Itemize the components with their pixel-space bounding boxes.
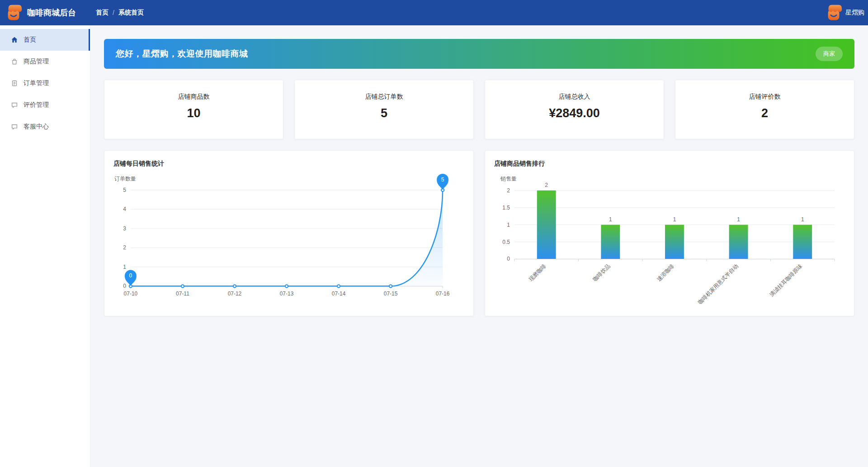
stat-value: ¥2849.00 [485,106,664,120]
category-label: 咖啡饮品 [592,263,612,283]
svg-text:1: 1 [507,222,510,228]
sidebar-item-label: 首页 [24,36,36,44]
main-content: 您好，星熠购，欢迎使用咖啡商城 商家 店铺商品数10店铺总订单数5店铺总收入¥2… [90,25,868,330]
svg-text:4: 4 [123,206,126,212]
stat-card-product-count: 店铺商品数10 [104,80,283,139]
bar [537,191,556,259]
bar [601,225,620,259]
home-icon [11,36,18,43]
svg-text:1: 1 [123,264,126,270]
bar-value-label: 1 [673,216,676,223]
svg-text:5: 5 [441,176,444,183]
breadcrumb-current[interactable]: 系统首页 [118,9,144,17]
comment-icon [11,101,18,109]
data-point-marker [285,285,288,287]
sidebar-item-label: 商品管理 [24,57,49,66]
svg-text:1.5: 1.5 [502,205,510,211]
svg-text:0: 0 [129,272,132,279]
stat-card-order-count: 店铺总订单数5 [294,80,474,139]
bar-chart-title: 店铺商品销售排行 [494,160,845,168]
svg-text:07-10: 07-10 [124,291,138,297]
document-icon [11,80,18,87]
top-navbar: 咖啡商城后台 首页 / 系统首页 星熠购 [0,0,868,25]
svg-text:0.5: 0.5 [502,239,510,245]
user-avatar-icon[interactable] [825,4,843,21]
svg-text:2: 2 [123,244,126,251]
y-axis: 012345 [123,187,443,289]
welcome-text: 您好，星熠购，欢迎使用咖啡商城 [116,48,248,60]
y-axis-name: 销售量 [500,176,517,182]
stat-value: 10 [104,106,283,120]
svg-text:3: 3 [123,225,126,232]
bar [665,225,684,259]
svg-text:07-16: 07-16 [436,291,450,297]
category-label: 咖啡机家用意式半自动 [697,263,739,305]
category-label: 滴滤挂耳咖啡原味 [769,263,804,298]
daily-sales-line-chart: 订单数量01234507-1007-1107-1207-1307-1407-15… [113,172,464,307]
sidebar-item-service[interactable]: 客服中心 [0,116,90,138]
welcome-banner: 您好，星熠购，欢迎使用咖啡商城 商家 [104,39,854,69]
bar-value-label: 1 [609,216,612,223]
sidebar-item-label: 评价管理 [24,101,49,109]
pin-marker: 0 [125,270,137,286]
data-point-marker [181,285,184,287]
product-ranking-bar-chart: 销售量00.511.5221111现磨咖啡咖啡饮品速溶咖啡咖啡机家用意式半自动滴… [494,172,845,307]
user-menu[interactable]: 星熠购 [825,4,868,21]
svg-text:0: 0 [123,283,126,289]
stat-label: 店铺评价数 [675,93,854,101]
stat-card-revenue: 店铺总收入¥2849.00 [485,80,664,139]
svg-text:07-11: 07-11 [176,291,189,297]
svg-text:0: 0 [507,256,510,262]
stat-value: 2 [675,106,854,120]
bar [729,225,748,259]
merchant-role-badge: 商家 [816,47,843,61]
brand: 咖啡商城后台 [0,4,90,21]
category-label: 现磨咖啡 [528,263,547,283]
svg-text:07-13: 07-13 [280,291,294,297]
storefront-logo-icon [5,4,23,21]
svg-text:07-12: 07-12 [228,291,242,297]
stat-value: 5 [295,106,473,120]
breadcrumb: 首页 / 系统首页 [96,9,144,17]
data-point-marker [233,285,236,287]
x-axis: 现磨咖啡咖啡饮品速溶咖啡咖啡机家用意式半自动滴滤挂耳咖啡原味 [514,259,835,305]
charts-row: 店铺每日销售统计 订单数量01234507-1007-1107-1207-130… [104,150,854,316]
user-name: 星熠购 [845,9,864,17]
svg-text:5: 5 [123,187,126,193]
svg-text:07-15: 07-15 [384,291,398,297]
sidebar-item-orders[interactable]: 订单管理 [0,72,90,94]
sidebar: 首页商品管理订单管理评价管理客服中心 [0,25,90,467]
line-chart-title: 店铺每日销售统计 [113,160,464,168]
y-axis-name: 订单数量 [114,176,136,182]
svg-text:07-14: 07-14 [332,291,346,297]
chat-icon [11,123,18,130]
sidebar-item-label: 客服中心 [24,123,49,131]
bag-icon [11,58,18,65]
pin-marker: 5 [437,174,448,190]
stat-card-review-count: 店铺评价数2 [675,80,854,139]
svg-text:2: 2 [507,187,510,194]
daily-sales-chart-card: 店铺每日销售统计 订单数量01234507-1007-1107-1207-130… [104,150,474,316]
stats-row: 店铺商品数10店铺总订单数5店铺总收入¥2849.00店铺评价数2 [104,80,854,139]
bar [793,225,812,259]
app-title: 咖啡商城后台 [27,7,76,18]
sidebar-item-reviews[interactable]: 评价管理 [0,94,90,116]
breadcrumb-home[interactable]: 首页 [96,9,108,17]
sidebar-item-label: 订单管理 [24,79,49,87]
line-series [131,190,443,286]
stat-label: 店铺总收入 [485,93,664,101]
breadcrumb-separator: / [113,9,114,16]
bar-value-label: 2 [545,182,548,188]
bar-value-label: 1 [737,216,740,223]
product-ranking-chart-card: 店铺商品销售排行 销售量00.511.5221111现磨咖啡咖啡饮品速溶咖啡咖啡… [485,150,854,316]
data-point-marker [337,285,340,287]
stat-label: 店铺总订单数 [295,93,473,101]
area-fill [131,190,443,286]
stat-label: 店铺商品数 [104,93,283,101]
sidebar-item-products[interactable]: 商品管理 [0,51,90,72]
category-label: 速溶咖啡 [656,263,675,283]
data-point-marker [389,285,392,287]
sidebar-item-home[interactable]: 首页 [0,29,90,51]
bar-value-label: 1 [801,216,804,223]
